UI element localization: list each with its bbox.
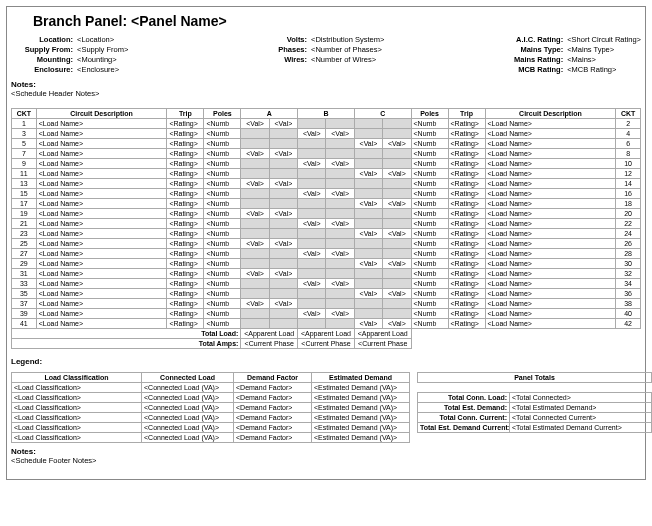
- phase-cell: [298, 289, 326, 299]
- col-estimated: Estimated Demand: [312, 373, 410, 383]
- load-name-odd: <Load Name>: [36, 119, 167, 129]
- poles-even: <Numb: [411, 219, 448, 229]
- poles-odd: <Numb: [204, 279, 241, 289]
- trip-even: <Rating>: [448, 189, 485, 199]
- trip-odd: <Rating>: [167, 239, 204, 249]
- phase-cell: [383, 309, 411, 319]
- poles-odd: <Numb: [204, 179, 241, 189]
- load-name-odd: <Load Name>: [36, 129, 167, 139]
- phase-cell: <Val>: [383, 259, 411, 269]
- phase-cell: [354, 179, 382, 189]
- ckt-even: 20: [616, 209, 641, 219]
- trip-odd: <Rating>: [167, 189, 204, 199]
- poles-odd: <Numb: [204, 259, 241, 269]
- phase-cell: [383, 179, 411, 189]
- col-ckt-odd: CKT: [12, 109, 37, 119]
- trip-even: <Rating>: [448, 239, 485, 249]
- trip-even: <Rating>: [448, 179, 485, 189]
- load-name-even: <Load Name>: [485, 169, 616, 179]
- ckt-odd: 13: [12, 179, 37, 189]
- ckt-odd: 3: [12, 129, 37, 139]
- phase-cell: <Val>: [298, 309, 326, 319]
- ckt-odd: 29: [12, 259, 37, 269]
- phase-cell: <Val>: [241, 299, 269, 309]
- poles-even: <Numb: [411, 189, 448, 199]
- header-item: Enclosure:<Enclosure>: [11, 65, 128, 74]
- gap: [410, 393, 418, 403]
- phase-cell: <Val>: [354, 139, 382, 149]
- poles-even: <Numb: [411, 279, 448, 289]
- poles-odd: <Numb: [204, 219, 241, 229]
- demand-factor: <Demand Factor>: [234, 423, 312, 433]
- poles-odd: <Numb: [204, 129, 241, 139]
- col-trip-even: Trip: [448, 109, 485, 119]
- phase-cell: [241, 219, 269, 229]
- poles-odd: <Numb: [204, 119, 241, 129]
- phase-cell: [269, 219, 297, 229]
- trip-even: <Rating>: [448, 229, 485, 239]
- trip-odd: <Rating>: [167, 219, 204, 229]
- ckt-odd: 17: [12, 199, 37, 209]
- phase-cell: [354, 239, 382, 249]
- header-item: Mounting:<Mounting>: [11, 55, 128, 64]
- header-value: <MCB Rating>: [567, 65, 616, 74]
- circuit-row: 31<Load Name><Rating><Numb<Val><Val><Num…: [12, 269, 641, 279]
- ckt-odd: 33: [12, 279, 37, 289]
- trip-odd: <Rating>: [167, 199, 204, 209]
- header-value: <Mounting>: [77, 55, 117, 64]
- phase-cell: <Val>: [383, 319, 411, 329]
- poles-even: <Numb: [411, 259, 448, 269]
- phase-cell: <Val>: [241, 209, 269, 219]
- ckt-even: 14: [616, 179, 641, 189]
- demand-factor: <Demand Factor>: [234, 393, 312, 403]
- phase-cell: [326, 199, 354, 209]
- poles-odd: <Numb: [204, 149, 241, 159]
- col-desc-even: Circuit Description: [485, 109, 616, 119]
- header-item: Mains Rating:<Mains>: [501, 55, 641, 64]
- header-item: Phases:<Number of Phases>: [245, 45, 384, 54]
- circuit-row: 17<Load Name><Rating><Numb<Val><Val><Num…: [12, 199, 641, 209]
- estimated-demand: <Estimated Demand (VA)>: [312, 403, 410, 413]
- trip-even: <Rating>: [448, 159, 485, 169]
- ckt-odd: 39: [12, 309, 37, 319]
- ckt-odd: 1: [12, 119, 37, 129]
- col-ckt-even: CKT: [616, 109, 641, 119]
- phase-cell: [241, 289, 269, 299]
- circuit-row: 3<Load Name><Rating><Numb<Val><Val><Numb…: [12, 129, 641, 139]
- load-name-even: <Load Name>: [485, 299, 616, 309]
- panel-total-label: [418, 433, 510, 443]
- phase-cell: [241, 169, 269, 179]
- phase-cell: <Val>: [269, 239, 297, 249]
- phase-cell: [354, 149, 382, 159]
- estimated-demand: <Estimated Demand (VA)>: [312, 393, 410, 403]
- poles-odd: <Numb: [204, 299, 241, 309]
- trip-even: <Rating>: [448, 129, 485, 139]
- poles-odd: <Numb: [204, 199, 241, 209]
- trip-odd: <Rating>: [167, 289, 204, 299]
- col-B: B: [298, 109, 355, 119]
- ckt-even: 34: [616, 279, 641, 289]
- phase-cell: [326, 239, 354, 249]
- header-label: Mains Rating:: [501, 55, 567, 64]
- load-name-odd: <Load Name>: [36, 259, 167, 269]
- phase-cell: [326, 139, 354, 149]
- phase-cell: [241, 279, 269, 289]
- poles-even: <Numb: [411, 299, 448, 309]
- poles-even: <Numb: [411, 249, 448, 259]
- phase-cell: [326, 149, 354, 159]
- summary-row: <Load Classification><Connected Load (VA…: [12, 423, 652, 433]
- phase-cell: [383, 249, 411, 259]
- col-connected: Connected Load: [142, 373, 234, 383]
- header-item: Wires:<Number of Wires>: [245, 55, 384, 64]
- phase-cell: [383, 189, 411, 199]
- circuit-row: 37<Load Name><Rating><Numb<Val><Val><Num…: [12, 299, 641, 309]
- poles-even: <Numb: [411, 169, 448, 179]
- phase-cell: <Val>: [326, 189, 354, 199]
- load-name-odd: <Load Name>: [36, 239, 167, 249]
- trip-odd: <Rating>: [167, 309, 204, 319]
- trip-even: <Rating>: [448, 199, 485, 209]
- circuit-row: 35<Load Name><Rating><Numb<Val><Val><Num…: [12, 289, 641, 299]
- circuit-row: 29<Load Name><Rating><Numb<Val><Val><Num…: [12, 259, 641, 269]
- trip-odd: <Rating>: [167, 119, 204, 129]
- phase-cell: [241, 199, 269, 209]
